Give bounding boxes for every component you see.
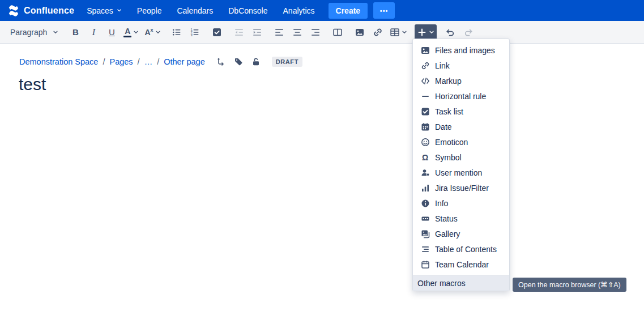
toolbar-group-align bbox=[271, 24, 324, 40]
page-tree-icon bbox=[216, 57, 225, 66]
nav-item-people[interactable]: People bbox=[137, 6, 162, 15]
toolbar-group-insert-more bbox=[415, 24, 437, 40]
nav-item-calendars[interactable]: Calendars bbox=[177, 6, 213, 15]
outdent-icon bbox=[234, 27, 244, 37]
insert-menu-item[interactable]: Jira Issue/Filter bbox=[413, 180, 509, 195]
date-icon bbox=[420, 122, 430, 131]
align-left-button[interactable] bbox=[271, 24, 288, 40]
bold-icon: B bbox=[72, 27, 79, 37]
breadcrumb-link-ellipsis[interactable]: … bbox=[144, 57, 153, 66]
align-right-button[interactable] bbox=[307, 24, 324, 40]
nav-item-label: DbConsole bbox=[228, 6, 267, 15]
horizontal-rule-icon bbox=[420, 91, 430, 101]
numbered-list-button[interactable]: 123 bbox=[186, 24, 203, 40]
user-mention-icon bbox=[420, 168, 430, 177]
toolbar-group-text-format: B I U A Ax bbox=[67, 24, 163, 40]
more-formatting-icon: Ax bbox=[144, 28, 153, 36]
insert-menu-item-label: Table of Contents bbox=[435, 245, 497, 254]
insert-link-icon bbox=[373, 27, 383, 37]
more-formatting-button[interactable]: Ax bbox=[142, 24, 163, 40]
toolbar-group-paragraph: Paragraph bbox=[7, 24, 62, 40]
paragraph-style-label: Paragraph bbox=[10, 28, 47, 37]
nav-item-label: Analytics bbox=[283, 6, 315, 15]
chevron-down-icon bbox=[133, 29, 139, 35]
indent-icon bbox=[252, 27, 262, 37]
insert-menu-item-label: Jira Issue/Filter bbox=[435, 184, 489, 193]
task-list-button[interactable] bbox=[208, 24, 225, 40]
chevron-down-icon bbox=[402, 29, 407, 35]
breadcrumb-separator: / bbox=[138, 57, 140, 66]
chevron-down-icon bbox=[117, 8, 122, 13]
labels-button[interactable] bbox=[234, 57, 243, 66]
align-center-button[interactable] bbox=[289, 24, 306, 40]
page-layout-button[interactable] bbox=[329, 24, 346, 40]
insert-menu-item[interactable]: Date bbox=[413, 119, 509, 134]
insert-menu-item[interactable]: Gallery bbox=[413, 226, 509, 241]
toolbar-group-insert-objects bbox=[351, 24, 410, 40]
insert-more-content-button[interactable] bbox=[415, 24, 437, 40]
insert-menu-item[interactable]: Team Calendar bbox=[413, 257, 509, 272]
macro-browser-tooltip: Open the macro browser (⌘⇧A) bbox=[513, 278, 626, 292]
insert-menu-item-label: Status bbox=[435, 214, 458, 223]
insert-link-button[interactable] bbox=[369, 24, 386, 40]
restrictions-button[interactable] bbox=[251, 57, 261, 66]
undo-button[interactable] bbox=[442, 24, 459, 40]
nav-item-analytics[interactable]: Analytics bbox=[283, 6, 315, 15]
team-calendar-icon bbox=[420, 259, 430, 269]
toolbar-group-indent bbox=[231, 24, 266, 40]
underline-button[interactable]: U bbox=[103, 24, 120, 40]
bullet-list-button[interactable] bbox=[168, 24, 185, 40]
breadcrumb: Demonstration Space / Pages / … / Other … bbox=[19, 57, 302, 67]
insert-menu-item[interactable]: Files and images bbox=[413, 42, 509, 58]
insert-menu-item[interactable]: Table of Contents bbox=[413, 241, 509, 257]
nav-more-button[interactable]: ••• bbox=[373, 2, 395, 19]
insert-menu-item[interactable]: Status bbox=[413, 211, 509, 226]
jira-issue-filter-icon bbox=[420, 183, 430, 193]
markup-icon bbox=[420, 76, 430, 86]
nav-item-dbconsole[interactable]: DbConsole bbox=[228, 6, 267, 15]
insert-menu-item[interactable]: Horizontal rule bbox=[413, 88, 509, 104]
redo-button[interactable] bbox=[460, 24, 477, 40]
italic-icon: I bbox=[92, 27, 95, 37]
nav-item-spaces[interactable]: Spaces bbox=[87, 6, 122, 15]
insert-menu-item[interactable]: Ω Symbol bbox=[413, 150, 509, 165]
nav-item-label: Spaces bbox=[87, 6, 113, 15]
confluence-home-link[interactable]: Confluence bbox=[8, 5, 74, 16]
indent-button[interactable] bbox=[249, 24, 266, 40]
insert-menu-item[interactable]: Markup bbox=[413, 73, 509, 88]
symbol-icon: Ω bbox=[420, 152, 430, 162]
insert-menu-item-label: Task list bbox=[435, 107, 463, 116]
outdent-button[interactable] bbox=[231, 24, 248, 40]
insert-menu-item-label: Files and images bbox=[435, 46, 495, 55]
breadcrumb-link-space[interactable]: Demonstration Space bbox=[19, 57, 98, 66]
paragraph-style-dropdown[interactable]: Paragraph bbox=[7, 24, 62, 40]
insert-table-button[interactable] bbox=[387, 24, 410, 40]
page-title-input[interactable]: test bbox=[19, 75, 46, 94]
text-color-icon: A bbox=[123, 27, 131, 37]
insert-menu-item-label: Info bbox=[435, 199, 448, 208]
bold-button[interactable]: B bbox=[67, 24, 84, 40]
insert-menu-item[interactable]: User mention bbox=[413, 165, 509, 180]
insert-menu-item[interactable]: Info bbox=[413, 195, 509, 211]
breadcrumb-link-other-page[interactable]: Other page bbox=[164, 57, 205, 66]
insert-files-button[interactable] bbox=[351, 24, 368, 40]
info-icon bbox=[420, 198, 430, 208]
other-macros-item[interactable]: Other macros bbox=[413, 275, 509, 291]
insert-menu-item-label: User mention bbox=[435, 168, 482, 177]
breadcrumb-separator: / bbox=[157, 57, 159, 66]
nav-item-label: People bbox=[137, 6, 162, 15]
insert-menu-item-label: Date bbox=[435, 122, 452, 131]
editor-toolbar: Paragraph B I U A Ax 123 bbox=[0, 21, 644, 44]
page-tree-button[interactable] bbox=[216, 57, 225, 66]
align-left-icon bbox=[274, 27, 284, 37]
insert-menu-item[interactable]: Task list bbox=[413, 104, 509, 119]
text-color-button[interactable]: A bbox=[121, 24, 141, 40]
insert-menu-item[interactable]: Emoticon bbox=[413, 134, 509, 150]
breadcrumb-link-pages[interactable]: Pages bbox=[109, 57, 133, 66]
italic-button[interactable]: I bbox=[85, 24, 102, 40]
insert-menu-item-label: Markup bbox=[435, 76, 462, 86]
underline-icon: U bbox=[109, 27, 115, 37]
create-button[interactable]: Create bbox=[329, 3, 368, 19]
numbered-list-icon: 123 bbox=[190, 27, 200, 37]
insert-menu-item[interactable]: Link bbox=[413, 58, 509, 73]
